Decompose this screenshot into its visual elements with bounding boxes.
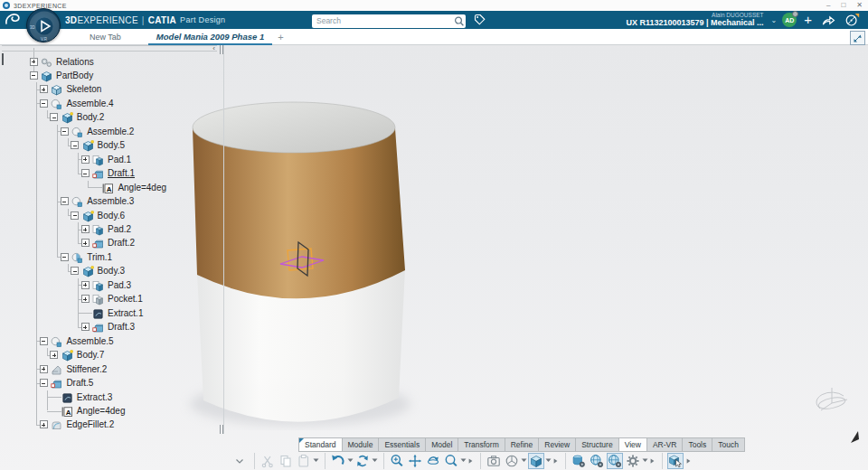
tree-node-relations[interactable]: Relations	[56, 55, 94, 69]
tree-expander-minus[interactable]	[40, 99, 48, 108]
tree-node-body-7[interactable]: Body.7	[77, 348, 104, 362]
tree-node-pad-3[interactable]: Pad.3	[108, 278, 131, 292]
tree-node-draft-5[interactable]: Draft.5	[66, 376, 93, 390]
action-tab-review[interactable]: Review	[538, 437, 576, 452]
tree-expander-minus[interactable]	[61, 197, 69, 205]
tree-node-assemble-2[interactable]: Assemble.2	[87, 125, 134, 138]
dropdown-caret-icon[interactable]	[460, 453, 467, 469]
action-tab-standard[interactable]: Standard	[298, 437, 343, 452]
scroll-handle[interactable]	[222, 45, 223, 54]
tree-expander-minus[interactable]	[30, 71, 38, 80]
tree-node-trim-1[interactable]: Trim.1	[87, 250, 112, 264]
action-tab-essentials[interactable]: Essentials	[378, 437, 426, 452]
scroll-handle[interactable]	[222, 425, 223, 434]
pan-icon[interactable]	[407, 453, 423, 469]
gear-icon[interactable]	[625, 453, 641, 469]
chevron-down-icon[interactable]	[231, 453, 248, 469]
tree-node-assemble-5[interactable]: Assemble.5	[66, 334, 113, 348]
tree-expander-minus[interactable]	[61, 253, 69, 261]
dropdown-caret-icon[interactable]	[372, 453, 378, 469]
action-tab-view[interactable]: View	[618, 437, 647, 452]
tree-expander-plus[interactable]	[81, 281, 90, 289]
tree-expander-minus[interactable]	[71, 212, 79, 220]
zoom-area-icon[interactable]	[443, 453, 459, 469]
action-tab-transform[interactable]: Transform	[458, 437, 505, 452]
session-gear-icon[interactable]	[571, 453, 587, 469]
action-tab-tools[interactable]: Tools	[682, 437, 712, 452]
tree-expander-minus[interactable]	[81, 169, 90, 177]
tree-expander-plus[interactable]	[40, 85, 48, 93]
tree-node-body-5[interactable]: Body.5	[98, 138, 125, 152]
tree-expander-minus[interactable]	[50, 113, 58, 121]
3d-compass[interactable]: 3D V.R	[26, 8, 61, 42]
dropdown-caret-icon[interactable]	[347, 453, 354, 469]
copy-icon[interactable]	[278, 453, 294, 469]
scroll-handle[interactable]	[220, 45, 221, 54]
action-tab-ar-vr[interactable]: AR-VR	[646, 437, 683, 452]
tree-expander-plus[interactable]	[81, 225, 90, 233]
dropdown-caret-icon[interactable]	[313, 453, 319, 469]
zoom-icon[interactable]	[389, 453, 405, 469]
tree-node-extract-3[interactable]: Extract.3	[77, 390, 112, 404]
tree-expander-minus[interactable]	[61, 127, 69, 136]
tree-node-assemble-4[interactable]: Assemble.4	[66, 97, 113, 110]
tree-node-body-2[interactable]: Body.2	[77, 110, 104, 124]
dropdown-caret-icon[interactable]	[521, 453, 527, 469]
action-tab-model[interactable]: Model	[425, 437, 458, 452]
capture-icon[interactable]	[486, 453, 502, 469]
toolbar-overflow-icon[interactable]	[684, 453, 693, 469]
tree-node-assemble-3[interactable]: Assemble.3	[87, 194, 134, 208]
tree-expander-plus[interactable]	[30, 58, 38, 66]
tree-expander-plus[interactable]	[81, 323, 90, 331]
maximize-viewport-button[interactable]	[850, 31, 865, 45]
tree-node-angle-4deg[interactable]: Angle=4deg	[77, 404, 126, 418]
toolbar-overflow-icon[interactable]	[552, 453, 560, 469]
rotate-icon[interactable]	[425, 453, 441, 469]
globe-gear-icon[interactable]	[607, 453, 623, 469]
dropdown-caret-icon[interactable]	[642, 453, 648, 469]
globe-gear-icon[interactable]	[589, 453, 605, 469]
tree-node-pad-1[interactable]: Pad.1	[108, 153, 131, 166]
action-tab-refine[interactable]: Refine	[505, 437, 540, 452]
tree-expander-minus[interactable]	[71, 141, 79, 149]
tree-expander-plus[interactable]	[81, 295, 90, 303]
tree-expander-plus[interactable]	[81, 239, 90, 247]
paste-icon[interactable]	[296, 453, 312, 469]
tree-node-pocket-1[interactable]: Pocket.1	[108, 292, 143, 306]
update-icon[interactable]	[354, 453, 371, 469]
action-tab-touch[interactable]: Touch	[712, 437, 745, 452]
tree-expander-minus[interactable]	[40, 337, 48, 345]
tree-vertical-scrollbar[interactable]	[223, 45, 224, 434]
action-tab-structure[interactable]: Structure	[575, 437, 619, 452]
iso-view-icon[interactable]	[504, 453, 520, 469]
tree-node-skeleton[interactable]: Skeleton	[66, 82, 101, 96]
action-tab-module[interactable]: Module	[342, 437, 380, 452]
tree-node-angle-4deg[interactable]: Angle=4deg	[118, 181, 166, 194]
tree-node-body-6[interactable]: Body.6	[98, 209, 125, 222]
tree-expander-minus[interactable]	[71, 267, 79, 275]
tree-expander-minus[interactable]	[40, 379, 48, 387]
tree-node-extract-1[interactable]: Extract.1	[108, 306, 143, 320]
scroll-left-icon[interactable]: ‹	[212, 44, 215, 52]
tree-node-draft-3[interactable]: Draft.3	[108, 320, 135, 334]
tree-node-draft-1[interactable]: Draft.1	[108, 166, 135, 180]
tree-node-edgefillet-2[interactable]: EdgeFillet.2	[66, 418, 114, 431]
tree-expander-plus[interactable]	[81, 155, 90, 164]
tree-node-pad-2[interactable]: Pad.2	[108, 222, 131, 236]
scroll-handle[interactable]	[220, 425, 221, 434]
undo-icon[interactable]	[330, 453, 346, 469]
select-cube-icon[interactable]	[667, 453, 684, 469]
toolbar-overflow-icon[interactable]	[648, 453, 656, 469]
cut-icon[interactable]	[259, 453, 276, 469]
tree-expander-plus[interactable]	[50, 351, 58, 359]
tree-expander-plus[interactable]	[40, 365, 48, 373]
tree-expander-plus[interactable]	[40, 420, 48, 428]
tree-node-stiffener-2[interactable]: Stiffener.2	[66, 362, 107, 376]
tree-horizontal-scrollbar[interactable]: ‹	[2, 45, 217, 52]
view-cube-icon[interactable]	[528, 453, 544, 469]
tree-node-body-3[interactable]: Body.3	[98, 264, 125, 277]
dropdown-caret-icon[interactable]	[545, 453, 552, 469]
tree-node-partbody[interactable]: PartBody	[56, 69, 93, 82]
tree-node-draft-2[interactable]: Draft.2	[108, 236, 135, 249]
toolbar-overflow-icon[interactable]	[467, 453, 475, 469]
